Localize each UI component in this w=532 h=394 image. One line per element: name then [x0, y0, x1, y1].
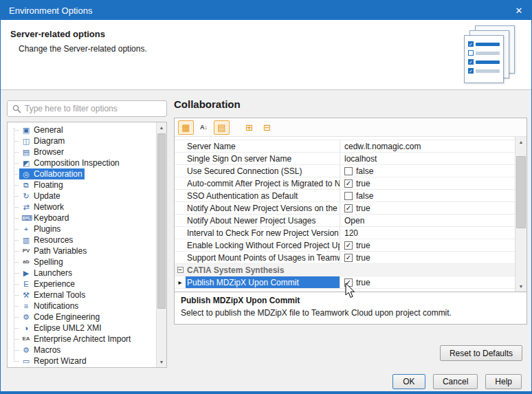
- expand-all-icon: ⊞: [245, 123, 253, 132]
- tree-item-general[interactable]: ▣General: [8, 124, 156, 135]
- checkbox-checked-icon[interactable]: ✓: [344, 241, 353, 250]
- tree-item-spelling[interactable]: abSpelling: [8, 256, 156, 267]
- description-panel: Publish MDZipX Upon Commit Select to pub…: [174, 292, 527, 325]
- property-value[interactable]: ✓true: [340, 252, 515, 263]
- ok-button[interactable]: OK: [392, 374, 425, 389]
- tree-item-floating[interactable]: ⧉Floating: [8, 179, 156, 190]
- tree-item-composition-inspection[interactable]: ◩Composition Inspection: [8, 157, 156, 168]
- checkbox-checked-icon[interactable]: ✓: [344, 278, 353, 287]
- tree-item-external-tools[interactable]: ⚒External Tools: [8, 289, 156, 300]
- tree-item-macros[interactable]: ⚙Macros: [8, 344, 156, 355]
- property-value[interactable]: 120: [340, 227, 515, 239]
- tree-item-report-wizard[interactable]: ▭Report Wizard: [8, 355, 156, 366]
- tree-item-path-variables[interactable]: PVPath Variables: [8, 245, 156, 256]
- tree-scrollbar-thumb[interactable]: [157, 133, 166, 309]
- show-description-button[interactable]: ▤: [214, 120, 230, 135]
- tree-item-eclipse-uml2-xmi[interactable]: ◑Eclipse UML2 XMI: [8, 322, 156, 333]
- plugins-icon: +: [21, 226, 31, 233]
- filter-input[interactable]: [25, 104, 162, 113]
- collapse-all-button[interactable]: ⊟: [259, 120, 275, 135]
- path-variables-icon: PV: [21, 248, 31, 254]
- show-description-icon: ▤: [217, 123, 225, 132]
- property-row-use-secured-connection-ssl[interactable]: Use Secured Connection (SSL)false: [175, 165, 515, 177]
- report-wizard-icon: ▭: [21, 358, 31, 365]
- scroll-down-icon[interactable]: [516, 281, 527, 292]
- enterprise-architect-import-icon: EA: [21, 336, 31, 342]
- spelling-icon: ab: [21, 259, 31, 265]
- sort-alphabetically-button[interactable]: A↓: [196, 120, 212, 135]
- tree-item-launchers[interactable]: ▶Launchers: [8, 267, 156, 278]
- categorized-view-icon: ▦: [181, 123, 190, 132]
- property-row-server-name[interactable]: Server Namecedw.lt.nomagic.com: [175, 140, 515, 153]
- tree-item-resources[interactable]: ▥Resources: [8, 234, 156, 245]
- scroll-up-icon[interactable]: [157, 122, 166, 133]
- footer-buttons: OK Cancel Help: [392, 374, 522, 389]
- property-row-enable-locking-without-forced-project-update[interactable]: Enable Locking Without Forced Project Up…: [175, 239, 515, 252]
- group-row-catia-system-synthesis[interactable]: −CATIA System Synthesis: [175, 264, 515, 276]
- tree-item-keyboard[interactable]: ⌨Keyboard: [8, 212, 156, 223]
- page-title: Server-related options: [10, 29, 105, 39]
- tree-item-update[interactable]: ↻Update: [8, 190, 156, 201]
- tree-item-plugins[interactable]: +Plugins: [8, 223, 156, 234]
- description-text: Select to publish the MDZipX file to Tea…: [181, 308, 520, 318]
- collapse-group-icon[interactable]: −: [177, 267, 184, 273]
- property-value[interactable]: ✓true: [340, 202, 515, 214]
- property-value[interactable]: localhost: [340, 153, 515, 164]
- property-name: Use Secured Connection (SSL): [186, 165, 340, 177]
- tree-scrollbar[interactable]: [156, 122, 166, 367]
- help-button[interactable]: Help: [485, 374, 522, 389]
- property-value[interactable]: false: [340, 190, 515, 201]
- property-value[interactable]: ✓true: [340, 239, 515, 251]
- categorized-view-button[interactable]: ▦: [178, 120, 194, 135]
- property-value[interactable]: ✓true: [340, 276, 515, 288]
- property-row-notify-about-newer-project-usages[interactable]: Notify About Newer Project UsagesOpen: [175, 215, 515, 227]
- property-row-single-sign-on-server-name[interactable]: Single Sign On server Namelocalhost: [175, 153, 515, 165]
- tree-item-enterprise-architect-import[interactable]: EAEnterprise Architect Import: [8, 333, 156, 344]
- tree-item-notifications[interactable]: ≡Notifications: [8, 300, 156, 311]
- tree-item-network[interactable]: ⇄Network: [8, 201, 156, 212]
- expand-all-button[interactable]: ⊞: [241, 120, 257, 135]
- scroll-down-icon[interactable]: [157, 357, 166, 367]
- scroll-up-icon[interactable]: [516, 137, 527, 147]
- checkbox-checked-icon: ✓: [468, 41, 474, 47]
- cancel-button[interactable]: Cancel: [433, 374, 478, 389]
- checkbox-checked-icon[interactable]: ✓: [344, 254, 353, 262]
- checkbox-unchecked-icon[interactable]: [344, 167, 353, 175]
- tree-item-browser[interactable]: ▤Browser: [8, 146, 156, 157]
- reset-to-defaults-button[interactable]: Reset to Defaults: [440, 345, 522, 361]
- checkbox-checked-icon[interactable]: ✓: [344, 179, 353, 188]
- property-value[interactable]: false: [340, 165, 515, 177]
- grid-scrollbar[interactable]: [515, 137, 527, 292]
- collaboration-icon: ◎: [21, 171, 31, 178]
- property-row-notify-about-new-project-versions-on-the-s[interactable]: Notify About New Project Versions on the…: [175, 202, 515, 215]
- tree-item-label: Path Variables: [34, 246, 87, 256]
- tree-item-experience[interactable]: EExperience: [8, 278, 156, 289]
- property-value-text: Open: [344, 216, 364, 226]
- close-button[interactable]: ✕: [507, 1, 531, 20]
- checkbox-unchecked-icon[interactable]: [344, 192, 353, 200]
- notifications-icon: ≡: [21, 303, 31, 310]
- property-row-interval-to-check-for-new-project-version-i[interactable]: Interval to Check For new Project Versio…: [175, 227, 515, 239]
- property-name: Single Sign On server Name: [186, 153, 340, 164]
- tree-item-collaboration[interactable]: ◎Collaboration: [8, 168, 156, 179]
- launchers-icon: ▶: [21, 270, 31, 277]
- tree-item-label: Network: [34, 202, 64, 212]
- property-row-auto-commit-after-project-is-migrated-to-ne[interactable]: Auto-commit After Project is Migrated to…: [175, 177, 515, 190]
- sort-alphabetically-icon: A↓: [200, 124, 208, 131]
- tree-item-code-engineering[interactable]: ⚙Code Engineering: [8, 311, 156, 322]
- tree-item-diagram[interactable]: ◫Diagram: [8, 135, 156, 146]
- checkbox-checked-icon[interactable]: ✓: [344, 204, 353, 212]
- grid-scrollbar-thumb[interactable]: [516, 156, 526, 228]
- property-value[interactable]: Open: [340, 215, 515, 226]
- property-name: Support Mount Points of Usages in Teamwo…: [186, 252, 340, 263]
- property-value[interactable]: ✓true: [340, 177, 515, 189]
- property-row-publish-mdzipx-upon-commit[interactable]: ▸Publish MDZipX Upon Commit✓true: [175, 276, 515, 289]
- external-tools-icon: ⚒: [21, 292, 31, 299]
- tree-item-label: Diagram: [34, 136, 65, 146]
- property-row-sso-authentication-as-default[interactable]: SSO Authentication as Defaultfalse: [175, 190, 515, 202]
- tree-item-label: Macros: [34, 345, 60, 355]
- property-value[interactable]: cedw.lt.nomagic.com: [340, 140, 515, 152]
- property-row-support-mount-points-of-usages-in-teamwor[interactable]: Support Mount Points of Usages in Teamwo…: [175, 252, 515, 264]
- tree-item-label: Plugins: [34, 224, 60, 234]
- tree-item-label: Floating: [34, 180, 63, 190]
